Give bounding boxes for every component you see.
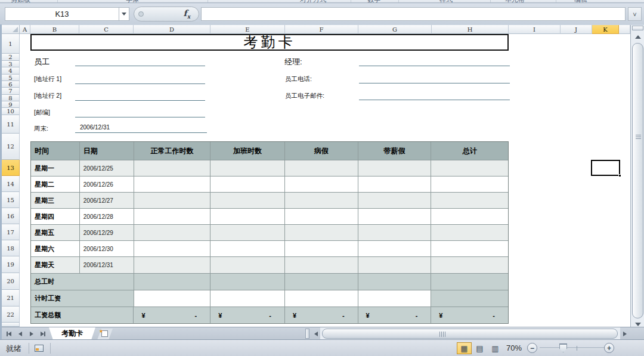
row-header[interactable]: 1 [2,34,20,54]
row-header[interactable]: 6 [2,81,20,88]
page-layout-view-button[interactable]: ▤ [472,342,487,354]
formula-input[interactable] [201,7,626,21]
scroll-up-button[interactable] [632,32,643,42]
name-box[interactable]: K13 [5,7,119,21]
data-cell[interactable] [210,160,285,177]
normal-view-button[interactable]: ▦ [457,342,472,354]
row-header[interactable]: 21 [2,290,20,307]
data-cell[interactable] [358,274,432,290]
row-header[interactable]: 3 [2,61,20,67]
data-cell[interactable] [134,160,211,177]
data-cell[interactable] [134,225,211,241]
select-all-corner[interactable] [2,25,20,34]
sheet-tab-active[interactable]: 考勤卡 [49,327,95,340]
footer-label-cell[interactable]: 计时工资 [31,290,134,307]
row-header[interactable]: 20 [2,273,20,290]
table-header-cell[interactable]: 加班时数 [210,142,285,160]
insert-function-button[interactable]: fx [134,7,199,21]
zoom-slider-thumb[interactable] [559,343,567,352]
data-cell[interactable] [210,257,285,274]
row-header[interactable]: 17 [2,224,20,240]
column-header[interactable]: F [285,25,358,34]
column-header[interactable]: J [561,25,592,34]
column-header[interactable]: A [20,25,30,34]
timesheet-title-cell[interactable]: 考勤卡 [30,34,509,51]
data-cell[interactable] [431,241,508,257]
column-header[interactable]: B [30,25,79,34]
vertical-scroll-thumb[interactable] [632,43,643,318]
data-cell[interactable] [134,290,211,307]
data-cell[interactable] [285,193,358,209]
column-header-selected[interactable]: K [592,25,619,34]
currency-cell[interactable]: ¥- [285,307,358,323]
row-header[interactable]: 16 [2,208,20,224]
table-header-cell[interactable]: 日期 [80,142,134,160]
column-header[interactable]: I [509,25,561,34]
horizontal-scrollbar[interactable] [320,327,620,340]
currency-cell[interactable]: ¥- [134,307,210,323]
last-sheet-button[interactable] [38,329,48,338]
currency-cell[interactable]: ¥- [431,307,508,323]
date-cell[interactable]: 2006/12/25 [80,160,134,177]
row-header[interactable]: 7 [2,88,20,95]
day-cell[interactable]: 星期四 [31,209,80,225]
hscroll-left-button[interactable] [311,329,321,338]
data-cell[interactable] [358,241,432,257]
data-cell[interactable] [210,177,285,193]
row-header[interactable]: 2 [2,54,20,61]
table-header-cell[interactable]: 病假 [285,142,358,160]
zoom-out-button[interactable]: − [527,343,537,353]
row-header[interactable]: 14 [2,176,20,192]
row-header[interactable]: 4 [2,67,20,75]
row-header[interactable]: 10 [2,108,20,115]
data-cell[interactable] [210,241,285,257]
data-cell[interactable] [358,193,432,209]
first-sheet-button[interactable] [4,329,14,338]
data-cell[interactable] [358,257,432,274]
previous-sheet-button[interactable] [16,329,25,338]
row-header[interactable]: 19 [2,256,20,273]
data-cell[interactable] [285,257,358,274]
date-cell[interactable]: 2006/12/31 [80,257,134,274]
column-header[interactable]: D [134,25,210,34]
weekend-date-value[interactable]: 2006/12/31 [80,124,110,131]
row-header[interactable]: 18 [2,240,20,256]
data-cell[interactable] [431,209,508,225]
name-box-dropdown[interactable] [119,7,129,21]
currency-cell[interactable]: ¥- [210,307,285,323]
date-cell[interactable]: 2006/12/28 [80,209,134,225]
row-header[interactable]: 11 [2,115,20,134]
row-header[interactable]: 8 [2,95,20,101]
data-cell[interactable] [431,274,508,290]
data-cell[interactable] [134,274,211,290]
row-header[interactable]: 12 [2,134,20,160]
data-cell[interactable] [358,290,432,307]
next-sheet-button[interactable] [27,329,36,338]
data-cell[interactable] [134,177,211,193]
data-cell[interactable] [134,257,211,274]
data-cell[interactable] [285,177,358,193]
column-header[interactable] [619,25,630,34]
hscroll-right-button[interactable] [620,329,630,338]
data-cell[interactable] [210,225,285,241]
column-header[interactable]: H [432,25,509,34]
page-break-view-button[interactable]: ▥ [488,342,503,354]
data-cell[interactable] [431,290,508,307]
day-cell[interactable]: 星期三 [31,193,80,209]
data-cell[interactable] [431,177,508,193]
data-cell[interactable] [358,225,432,241]
data-cell[interactable] [431,160,508,177]
data-cell[interactable] [358,209,432,225]
row-header[interactable]: 9 [2,101,20,108]
data-cell[interactable] [210,209,285,225]
table-header-cell[interactable]: 时间 [31,142,80,160]
date-cell[interactable]: 2006/12/27 [80,193,134,209]
macro-record-button[interactable] [35,345,44,352]
row-header[interactable]: 22 [2,307,20,323]
date-cell[interactable]: 2006/12/29 [80,225,134,241]
data-cell[interactable] [285,160,358,177]
day-cell[interactable]: 星期一 [31,160,80,177]
footer-label-cell[interactable]: 总工时 [31,274,134,290]
horizontal-scroll-thumb[interactable] [322,329,618,339]
data-cell[interactable] [358,160,432,177]
